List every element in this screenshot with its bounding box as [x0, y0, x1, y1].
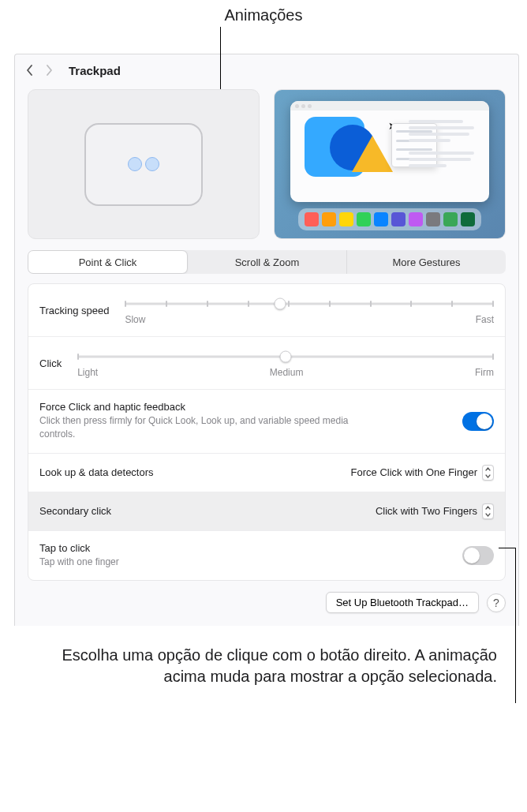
secondary-click-value: Click with Two Fingers	[376, 505, 477, 517]
callout-bottom-label: Escolha uma opção de clique com o botão …	[22, 645, 511, 703]
triangle-shape-icon	[352, 136, 393, 172]
slider-knob-icon[interactable]	[280, 351, 292, 363]
click-min-label: Light	[77, 367, 98, 378]
row-secondary-click: Secondary click Click with Two Fingers	[28, 492, 505, 531]
tracking-min-label: Slow	[125, 314, 145, 325]
force-click-toggle[interactable]	[462, 412, 494, 431]
tap-to-click-desc: Tap with one finger	[39, 556, 119, 569]
tap-to-click-toggle[interactable]	[462, 546, 494, 565]
click-max-label: Firm	[475, 367, 494, 378]
lookup-select[interactable]: Force Click with One Finger	[351, 465, 494, 481]
finger-dot-icon	[128, 157, 142, 171]
tab-scroll-zoom[interactable]: Scroll & Zoom	[188, 250, 347, 274]
click-slider[interactable]	[77, 350, 494, 364]
chevron-left-icon	[26, 65, 34, 76]
lookup-value: Force Click with One Finger	[351, 466, 477, 478]
secondary-click-label: Secondary click	[39, 505, 111, 517]
lookup-label: Look up & data detectors	[39, 466, 154, 478]
tracking-speed-slider[interactable]	[125, 297, 494, 311]
screen-animation-preview: ➤	[274, 89, 506, 239]
nav-back-button[interactable]	[23, 61, 37, 80]
tab-point-click[interactable]: Point & Click	[28, 250, 188, 274]
trackpad-outline-icon	[84, 123, 203, 206]
force-click-desc: Click then press firmly for Quick Look, …	[39, 414, 371, 442]
row-tracking-speed: Tracking speed Slow Fast	[28, 284, 505, 337]
titlebar: Trackpad	[15, 54, 518, 86]
secondary-click-select[interactable]: Click with Two Fingers	[376, 503, 494, 519]
callout-top-line	[220, 27, 221, 98]
slider-knob-icon[interactable]	[274, 298, 286, 310]
nav-forward-button[interactable]	[42, 61, 56, 80]
click-mid-label: Medium	[270, 367, 304, 378]
trackpad-animation-preview	[28, 89, 260, 239]
dock-icon	[298, 208, 481, 230]
setup-bluetooth-button[interactable]: Set Up Bluetooth Trackpad…	[326, 592, 479, 613]
prefs-window: Trackpad ➤	[14, 54, 519, 626]
row-tap-to-click: Tap to click Tap with one finger	[28, 531, 505, 580]
footer-row: Set Up Bluetooth Trackpad… ?	[28, 592, 506, 613]
callout-side-line	[499, 548, 516, 703]
updown-stepper-icon	[482, 503, 494, 519]
click-label: Click	[39, 357, 62, 369]
chevron-right-icon	[45, 65, 53, 76]
tab-bar: Point & Click Scroll & Zoom More Gesture…	[28, 250, 506, 274]
window-title: Trackpad	[69, 64, 121, 77]
tracking-max-label: Fast	[476, 314, 494, 325]
force-click-label: Force Click and haptic feedback	[39, 401, 371, 413]
row-click: Click Light Medium Firm	[28, 337, 505, 390]
updown-stepper-icon	[482, 465, 494, 481]
tap-to-click-label: Tap to click	[39, 542, 119, 554]
preview-area: ➤	[15, 86, 518, 250]
mock-app-window: ➤	[290, 101, 489, 202]
tracking-speed-label: Tracking speed	[39, 305, 109, 316]
row-force-click: Force Click and haptic feedback Click th…	[28, 390, 505, 454]
tab-more-gestures[interactable]: More Gestures	[347, 250, 506, 274]
settings-panel: Tracking speed Slow Fast Click	[28, 283, 506, 581]
row-lookup: Look up & data detectors Force Click wit…	[28, 454, 505, 492]
callout-top-label: Animações	[225, 6, 303, 24]
finger-dot-icon	[145, 157, 159, 171]
